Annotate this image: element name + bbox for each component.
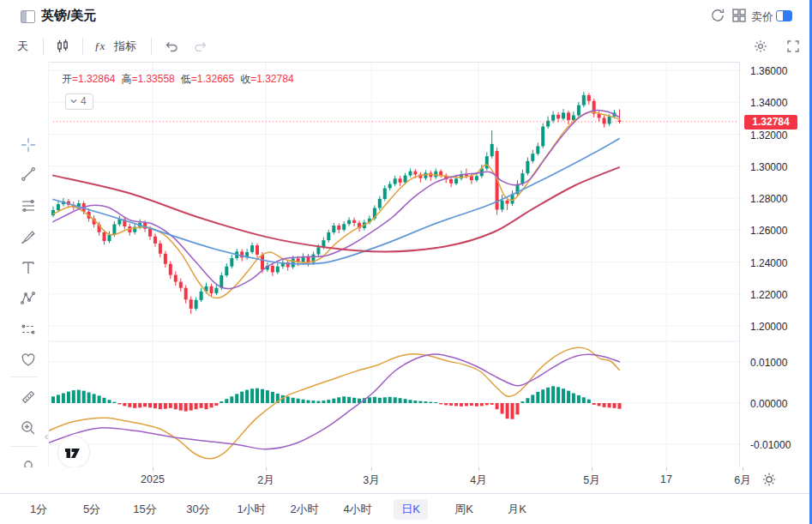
tab-15min[interactable]: 15分: [118, 499, 171, 520]
fib-lines-icon[interactable]: [19, 196, 38, 215]
time-axis-tick: [371, 467, 372, 471]
gear-icon[interactable]: [752, 37, 769, 56]
open-value: =1.32864: [72, 73, 115, 85]
chevron-down-icon: [70, 99, 77, 104]
high-value: =1.33558: [131, 73, 174, 85]
timeframe-bar: 1分 5分 15分 30分 1小时 2小时 4小时 日K 周K 月K: [0, 493, 812, 524]
time-axis-label: 17: [660, 473, 672, 485]
tab-2hour[interactable]: 2小时: [278, 499, 331, 520]
time-axis[interactable]: 20252月3月4月5月176月: [0, 467, 809, 493]
symbol-title: 英镑/美元: [41, 8, 96, 24]
time-axis-label: 2月: [257, 473, 274, 488]
ruler-icon[interactable]: [19, 388, 38, 407]
price-axis-label: 1.34000: [750, 97, 787, 109]
time-axis-tick: [153, 467, 153, 471]
crosshair-icon[interactable]: [19, 136, 38, 154]
time-axis-label: 2025: [141, 473, 165, 485]
tab-5min[interactable]: 5分: [65, 499, 118, 520]
price-axis-label: 1.20000: [750, 321, 787, 333]
price-axis-label: 1.26000: [750, 225, 787, 237]
brush-icon[interactable]: [19, 227, 38, 246]
pane-collapse-chevron[interactable]: ‹: [45, 430, 48, 443]
low-value: =1.32665: [191, 73, 234, 85]
time-axis-tick: [743, 467, 743, 471]
trading-chart-app: 英镑/美元 卖价 天 ƒx 指标: [0, 0, 812, 524]
indicator-count-collapse[interactable]: 4: [65, 93, 93, 110]
price-axis-label: 1.22000: [750, 289, 787, 301]
price-axis-label: 1.32000: [750, 129, 787, 142]
time-axis-label: 3月: [363, 473, 379, 488]
redo-icon[interactable]: [192, 37, 209, 56]
low-label: 低: [181, 73, 191, 85]
price-axis-label: 1.24000: [750, 257, 787, 269]
fullscreen-icon[interactable]: [785, 37, 802, 56]
high-label: 高: [121, 73, 131, 85]
fx-icon[interactable]: ƒx: [94, 37, 105, 56]
price-axis-label: 1.28000: [750, 193, 787, 205]
time-axis-label: 4月: [470, 473, 486, 488]
layout-grid-icon[interactable]: [731, 7, 748, 24]
ohlc-legend: 开=1.32864高=1.33558低=1.32665收=1.32784: [62, 72, 300, 87]
time-axis-label: 5月: [583, 473, 599, 488]
macd-axis-label: 0.01000: [750, 357, 787, 369]
undo-icon[interactable]: [163, 37, 180, 56]
refresh-icon[interactable]: [709, 7, 726, 24]
tab-1hour[interactable]: 1小时: [225, 499, 278, 520]
drawing-tools-sidebar: [0, 62, 49, 493]
close-value: =1.32784: [250, 73, 293, 85]
chart-canvas[interactable]: [49, 63, 739, 467]
close-label: 收: [240, 73, 250, 85]
price-axis-label: 1.36000: [750, 65, 787, 77]
price-axis-label: 1.30000: [750, 161, 787, 173]
tab-weekly[interactable]: 周K: [437, 499, 490, 520]
last-price-badge: 1.32784: [744, 115, 797, 129]
indicator-count: 4: [81, 95, 87, 107]
zoom-in-icon[interactable]: [19, 419, 38, 437]
tab-monthly[interactable]: 月K: [490, 499, 544, 520]
price-axis[interactable]: 1.360001.340001.320001.300001.280001.260…: [739, 62, 810, 491]
text-tool-icon[interactable]: [19, 258, 38, 277]
candle-style-icon[interactable]: [54, 37, 71, 56]
tab-30min[interactable]: 30分: [171, 499, 225, 520]
indicators-button[interactable]: 指标: [114, 37, 136, 56]
time-axis-tick: [666, 467, 667, 471]
time-axis-label: 6月: [734, 473, 750, 488]
time-axis-tick: [592, 467, 592, 471]
header-bar: 英镑/美元 卖价: [0, 0, 812, 32]
macd-axis-label: -0.01000: [750, 439, 791, 451]
time-axis-tick: [478, 467, 479, 471]
time-axis-tick: [266, 467, 267, 471]
position-tool-icon[interactable]: [19, 320, 38, 339]
chart-toolbar: 天 ƒx 指标: [0, 31, 812, 63]
sell-price-toggle[interactable]: [776, 10, 792, 21]
trend-line-icon[interactable]: [19, 165, 38, 184]
macd-axis-label: 0.00000: [750, 398, 787, 410]
open-label: 开: [62, 73, 72, 85]
sell-price-label: 卖价: [751, 9, 773, 25]
tradingview-logo[interactable]: [57, 436, 90, 468]
tab-1min[interactable]: 1分: [12, 499, 65, 520]
xabcd-pattern-icon[interactable]: [19, 289, 38, 308]
tab-daily[interactable]: 日K: [384, 499, 437, 520]
sun-icon[interactable]: [761, 472, 777, 487]
tab-4hour[interactable]: 4小时: [331, 499, 384, 520]
watchlist-panel-icon[interactable]: [21, 10, 35, 23]
heart-icon[interactable]: [19, 350, 38, 369]
interval-button[interactable]: 天: [17, 37, 28, 56]
